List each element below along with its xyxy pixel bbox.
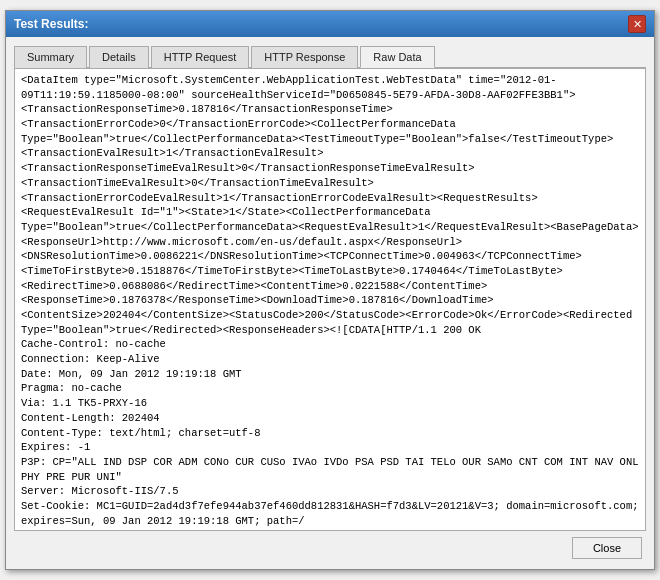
close-button[interactable]: Close (572, 537, 642, 559)
tab-details[interactable]: Details (89, 46, 149, 68)
tab-raw-data[interactable]: Raw Data (360, 46, 434, 68)
footer: Close (14, 531, 646, 561)
test-results-window: Test Results: ✕ Summary Details HTTP Req… (5, 10, 655, 570)
content-area: <DataItem type="Microsoft.SystemCenter.W… (14, 68, 646, 531)
window-close-button[interactable]: ✕ (628, 15, 646, 33)
window-body: Summary Details HTTP Request HTTP Respon… (6, 37, 654, 569)
tab-http-response[interactable]: HTTP Response (251, 46, 358, 68)
window-title: Test Results: (14, 17, 88, 31)
tab-summary[interactable]: Summary (14, 46, 87, 68)
tab-bar: Summary Details HTTP Request HTTP Respon… (14, 45, 646, 68)
title-bar: Test Results: ✕ (6, 11, 654, 37)
raw-data-content[interactable]: <DataItem type="Microsoft.SystemCenter.W… (15, 69, 645, 530)
tab-http-request[interactable]: HTTP Request (151, 46, 250, 68)
